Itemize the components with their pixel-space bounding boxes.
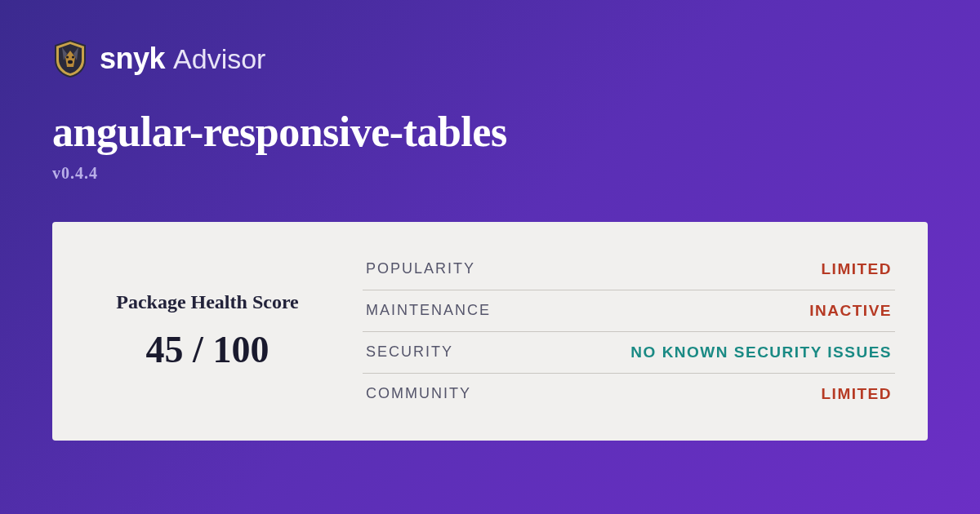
- metric-row-security: SECURITY NO KNOWN SECURITY ISSUES: [363, 332, 895, 374]
- metric-value: LIMITED: [822, 385, 893, 403]
- dog-shield-icon: [52, 39, 88, 78]
- metric-row-popularity: POPULARITY LIMITED: [363, 249, 895, 290]
- brand-name: snyk: [100, 42, 165, 76]
- metric-value: NO KNOWN SECURITY ISSUES: [630, 343, 892, 361]
- package-version: v0.4.4: [52, 164, 928, 183]
- svg-point-2: [72, 55, 74, 58]
- health-card: Package Health Score 45 / 100 POPULARITY…: [52, 222, 928, 441]
- svg-point-0: [68, 60, 73, 64]
- metric-label: SECURITY: [366, 343, 453, 361]
- metric-value: LIMITED: [822, 260, 893, 278]
- metric-value: INACTIVE: [809, 302, 892, 320]
- metric-label: MAINTENANCE: [366, 302, 491, 319]
- metric-label: POPULARITY: [366, 260, 475, 277]
- brand-text: snyk Advisor: [100, 42, 265, 76]
- brand-subtitle: Advisor: [173, 43, 265, 75]
- package-name: angular-responsive-tables: [52, 108, 928, 156]
- health-score-value: 45 / 100: [146, 328, 270, 371]
- metric-label: COMMUNITY: [366, 385, 471, 402]
- svg-point-1: [66, 55, 69, 58]
- health-score: Package Health Score 45 / 100: [52, 245, 363, 418]
- metric-row-maintenance: MAINTENANCE INACTIVE: [363, 290, 895, 332]
- brand-header: snyk Advisor: [52, 39, 928, 78]
- metric-row-community: COMMUNITY LIMITED: [363, 374, 895, 414]
- metrics-list: POPULARITY LIMITED MAINTENANCE INACTIVE …: [363, 245, 895, 418]
- health-score-label: Package Health Score: [116, 291, 299, 313]
